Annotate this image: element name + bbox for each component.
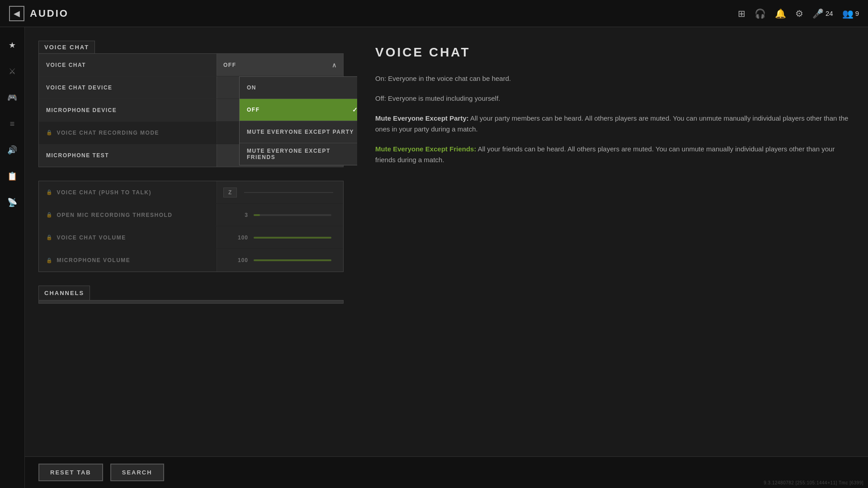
voice-chat-label: VOICE CHAT <box>39 62 217 68</box>
vcvolume-slider-fill <box>254 237 331 239</box>
grid-icon[interactable]: ⊞ <box>738 8 745 19</box>
sidebar-item-combat[interactable]: ⚔ <box>3 62 21 80</box>
voice-chat-value: OFF <box>223 62 236 68</box>
lock-icon-recording: 🔒 <box>46 130 53 136</box>
desc-bold-friends: Mute Everyone Except Friends: <box>375 145 476 153</box>
topbar-right: ⊞ 🎧 🔔 ⚙ 🎤 24 👥 9 <box>738 8 859 19</box>
micvolume-slider-fill <box>254 259 331 261</box>
micvolume-value: 100 <box>223 257 248 263</box>
keybind-settings-group: 🔒 VOICE CHAT (PUSH TO TALK) Z 🔒 OPEN MIC… <box>38 181 344 272</box>
microphone-volume-value: 100 <box>217 249 343 272</box>
topbar: ◀ AUDIO ⊞ 🎧 🔔 ⚙ 🎤 24 👥 9 <box>0 0 868 27</box>
open-mic-threshold-label: 🔒 OPEN MIC RECORDING THRESHOLD <box>39 212 217 218</box>
sidebar-item-controller[interactable]: 🎮 <box>3 89 21 107</box>
lock-icon-ptt: 🔒 <box>46 189 53 195</box>
desc-line-1: On: Everyone in the voice chat can be he… <box>375 73 850 84</box>
voice-chat-recording-mode-label: 🔒 VOICE CHAT RECORDING MODE <box>39 130 217 136</box>
voice-chat-dropdown: ON OFF ✓ MUTE EVERYONE EXCEPT PARTY MUTE… <box>239 76 357 165</box>
sidebar-item-connectivity[interactable]: 📡 <box>3 193 21 211</box>
sidebar: ★ ⚔ 🎮 ≡ 🔊 📋 📡 <box>0 27 25 488</box>
threshold-slider-fill <box>254 214 260 216</box>
microphone-volume-row: 🔒 MICROPHONE VOLUME 100 <box>39 249 343 272</box>
players-count[interactable]: 👥 9 <box>842 8 859 19</box>
voice-chat-volume-value: 100 <box>217 226 343 249</box>
open-mic-threshold-value: 3 <box>217 204 343 226</box>
desc-line-4: Mute Everyone Except Friends: All your f… <box>375 144 850 165</box>
voice-chat-volume-label: 🔒 VOICE CHAT VOLUME <box>39 235 217 241</box>
dropdown-option-off[interactable]: OFF ✓ <box>240 99 357 121</box>
check-mark-icon: ✓ <box>352 106 358 113</box>
players-count-value: 9 <box>855 9 859 17</box>
description-panel: VOICE CHAT On: Everyone in the voice cha… <box>357 27 868 488</box>
voice-chat-dropdown-trigger[interactable]: OFF ∧ <box>217 54 343 76</box>
lock-icon-threshold: 🔒 <box>46 212 53 218</box>
microphone-test-label: MICROPHONE TEST <box>39 152 217 159</box>
headset-icon[interactable]: 🎧 <box>755 8 766 19</box>
mic-count-value: 24 <box>826 9 833 17</box>
back-button[interactable]: ◀ <box>9 6 24 21</box>
channels-header: CHANNELS <box>38 286 90 300</box>
voice-chat-settings-group: VOICE CHAT OFF ∧ ON OFF ✓ <box>38 53 344 167</box>
topbar-left: ◀ AUDIO <box>9 6 69 21</box>
threshold-slider-track[interactable] <box>254 214 331 216</box>
sidebar-item-favorites[interactable]: ★ <box>3 36 21 54</box>
vcvolume-value: 100 <box>223 235 248 241</box>
voice-chat-row: VOICE CHAT OFF ∧ ON OFF ✓ <box>39 54 343 76</box>
page-title: AUDIO <box>30 8 69 19</box>
main-content: VOICE CHAT VOICE CHAT OFF ∧ ON <box>25 27 868 488</box>
lock-icon-micvolume: 🔒 <box>46 258 53 263</box>
version-text: 9.3.12480782 [255:105:1444+11] Tmc [6399… <box>764 480 863 485</box>
sidebar-item-interface[interactable]: ≡ <box>3 115 21 133</box>
settings-panel: VOICE CHAT VOICE CHAT OFF ∧ ON <box>25 27 357 488</box>
open-mic-threshold-row: 🔒 OPEN MIC RECORDING THRESHOLD 3 <box>39 204 343 226</box>
dropdown-option-on[interactable]: ON <box>240 77 357 99</box>
vcvolume-slider-track[interactable] <box>254 237 331 239</box>
microphone-device-label: MICROPHONE DEVICE <box>39 107 217 113</box>
desc-line-3: Mute Everyone Except Party: All your par… <box>375 113 850 135</box>
settings-icon[interactable]: ⚙ <box>795 8 803 19</box>
search-button[interactable]: SEARCH <box>110 464 164 481</box>
keybind-box[interactable]: Z <box>223 188 237 197</box>
sidebar-item-audio[interactable]: 🔊 <box>3 141 21 159</box>
section-header-voice-chat: VOICE CHAT <box>38 41 95 53</box>
dropdown-option-mute-party[interactable]: MUTE EVERYONE EXCEPT PARTY <box>240 121 357 143</box>
push-to-talk-label: 🔒 VOICE CHAT (PUSH TO TALK) <box>39 189 217 196</box>
description-title: VOICE CHAT <box>375 45 850 60</box>
desc-bold-party: Mute Everyone Except Party: <box>375 114 469 122</box>
channels-bar <box>38 300 344 304</box>
bottom-bar: RESET TAB SEARCH <box>25 456 868 488</box>
mic-count[interactable]: 🎤 24 <box>812 8 833 19</box>
push-to-talk-row: 🔒 VOICE CHAT (PUSH TO TALK) Z <box>39 181 343 204</box>
voice-chat-device-label: VOICE CHAT DEVICE <box>39 84 217 91</box>
microphone-volume-label: 🔒 MICROPHONE VOLUME <box>39 257 217 263</box>
micvolume-slider-track[interactable] <box>254 259 331 261</box>
threshold-value: 3 <box>223 212 248 218</box>
chevron-up-icon: ∧ <box>332 61 337 69</box>
channels-section: CHANNELS <box>38 286 344 304</box>
sidebar-item-account[interactable]: 📋 <box>3 167 21 185</box>
desc-line-2: Off: Everyone is muted including yoursel… <box>375 93 850 104</box>
push-to-talk-value: Z <box>217 181 343 203</box>
dropdown-option-mute-friends[interactable]: MUTE EVERYONE EXCEPT FRIENDS <box>240 143 357 165</box>
reset-tab-button[interactable]: RESET TAB <box>38 464 103 481</box>
voice-chat-volume-row: 🔒 VOICE CHAT VOLUME 100 <box>39 226 343 249</box>
bell-icon[interactable]: 🔔 <box>775 8 786 19</box>
lock-icon-vcvolume: 🔒 <box>46 235 53 240</box>
